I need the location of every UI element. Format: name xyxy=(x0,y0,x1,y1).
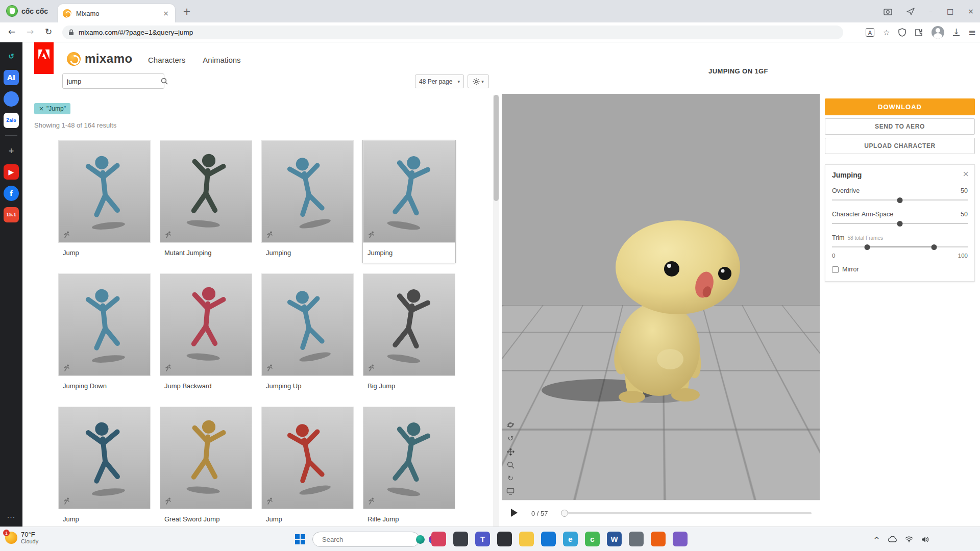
window-maximize-button[interactable]: □ xyxy=(947,7,953,15)
task-view-icon[interactable] xyxy=(497,532,512,546)
search-input[interactable] xyxy=(63,78,161,85)
search-icon[interactable] xyxy=(161,78,168,85)
mixamo-logo[interactable]: mixamo xyxy=(67,52,133,66)
timeline-track[interactable] xyxy=(562,512,812,514)
animation-card[interactable]: Jump Backward xyxy=(160,273,252,396)
animation-thumbnail[interactable] xyxy=(363,273,455,376)
weather-widget[interactable]: 1 70°F Cloudy xyxy=(5,531,38,545)
monitor-icon[interactable] xyxy=(453,532,468,546)
trim-start-handle[interactable] xyxy=(865,244,870,250)
settings-icon[interactable] xyxy=(629,532,644,546)
messenger-icon[interactable] xyxy=(4,91,19,107)
profile-avatar[interactable] xyxy=(932,26,944,39)
animation-thumbnail[interactable] xyxy=(160,407,252,509)
forward-button[interactable]: → xyxy=(27,27,34,37)
overdrive-slider[interactable] xyxy=(832,197,968,204)
animation-thumbnail[interactable] xyxy=(160,273,252,376)
store-icon[interactable] xyxy=(541,532,556,546)
start-button[interactable] xyxy=(295,534,305,544)
upload-character-button[interactable]: UPLOAD CHARACTER xyxy=(825,138,975,154)
onedrive-cloud-icon[interactable] xyxy=(888,536,897,542)
ai-assistant-icon[interactable]: AI xyxy=(4,70,19,85)
animation-thumbnail[interactable] xyxy=(58,140,151,243)
armspace-handle[interactable] xyxy=(897,221,903,227)
animation-thumbnail[interactable] xyxy=(58,273,151,376)
panel-close-icon[interactable]: × xyxy=(963,169,969,179)
history-icon[interactable]: ↺ xyxy=(4,48,19,64)
timeline-handle[interactable] xyxy=(561,510,568,517)
taskbar-search-box[interactable] xyxy=(312,532,420,547)
results-scrollbar[interactable] xyxy=(493,95,499,527)
animation-thumbnail[interactable] xyxy=(261,407,354,509)
sidebar-more-icon[interactable]: ··· xyxy=(0,513,22,521)
animation-card[interactable]: Jumping Down xyxy=(58,273,151,396)
animation-card[interactable]: Big Jump xyxy=(363,273,455,396)
new-tab-button[interactable]: + xyxy=(183,6,191,17)
undo-rotate-icon[interactable]: ↺ xyxy=(506,434,515,443)
photos-icon[interactable] xyxy=(431,532,446,546)
overdrive-handle[interactable] xyxy=(897,197,903,203)
settings-gear-button[interactable]: ▾ xyxy=(468,74,489,88)
armspace-slider[interactable] xyxy=(832,220,968,227)
animation-thumbnail[interactable] xyxy=(261,273,354,376)
scrollbar-thumb[interactable] xyxy=(494,95,499,201)
animation-card[interactable]: Jump xyxy=(58,407,151,527)
tray-chevron-up-icon[interactable]: ^ xyxy=(874,536,879,543)
shield-icon[interactable] xyxy=(898,28,906,37)
reload-button[interactable]: ↻ xyxy=(45,27,52,37)
animation-card[interactable]: Jump xyxy=(58,140,151,263)
animation-thumbnail[interactable] xyxy=(363,140,455,243)
animation-card[interactable]: Jumping Up xyxy=(261,273,354,396)
animation-card[interactable]: Jump xyxy=(261,407,354,527)
orbit-icon[interactable] xyxy=(506,420,515,430)
animation-card[interactable]: Jumping xyxy=(363,140,455,263)
media-purple-icon[interactable] xyxy=(673,532,688,546)
turbo-icon[interactable] xyxy=(906,8,915,15)
send-to-aero-button[interactable]: SEND TO AERO xyxy=(825,118,975,135)
reset-rotate-icon[interactable]: ↻ xyxy=(506,473,515,483)
window-minimize-button[interactable]: – xyxy=(929,7,933,15)
teams-icon[interactable]: T xyxy=(475,532,490,546)
taskbar-search-input[interactable] xyxy=(322,536,412,543)
download-button[interactable]: DOWNLOAD xyxy=(825,98,975,115)
window-close-button[interactable]: × xyxy=(968,7,974,15)
zoom-icon[interactable] xyxy=(506,460,515,469)
animation-thumbnail[interactable] xyxy=(58,407,151,509)
play-button[interactable] xyxy=(510,508,518,517)
timeline-slider[interactable] xyxy=(562,510,812,517)
animation-card[interactable]: Rifle Jump xyxy=(363,407,455,527)
extensions-puzzle-icon[interactable] xyxy=(915,29,923,37)
viewer-3d-canvas[interactable]: ↺ ↻ xyxy=(502,94,820,500)
edge-icon[interactable]: e xyxy=(563,532,578,546)
browser-menu-icon[interactable]: ≡ xyxy=(968,27,976,38)
wifi-icon[interactable] xyxy=(905,536,913,542)
coccoc-icon[interactable]: c xyxy=(585,532,600,546)
pan-icon[interactable] xyxy=(506,447,515,456)
sale-15-1-icon[interactable]: 15.1 xyxy=(4,207,19,222)
mirror-checkbox[interactable] xyxy=(832,266,839,273)
translate-icon[interactable]: A xyxy=(866,28,874,37)
volume-icon[interactable] xyxy=(921,536,929,543)
facebook-icon[interactable]: f xyxy=(4,186,19,201)
bookmark-star-icon[interactable]: ☆ xyxy=(883,28,890,37)
per-page-select[interactable]: 48 Per page ▾ xyxy=(415,74,464,88)
back-button[interactable]: ← xyxy=(8,27,15,37)
chip-close-icon[interactable]: × xyxy=(39,105,44,112)
snapshot-icon[interactable] xyxy=(884,8,892,15)
animation-thumbnail[interactable] xyxy=(160,140,252,243)
address-bar[interactable]: mixamo.com/#/?page=1&query=jump xyxy=(62,26,843,39)
animation-thumbnail[interactable] xyxy=(261,140,354,243)
browser-tab-mixamo[interactable]: Mixamo × xyxy=(58,4,175,22)
trim-slider[interactable] xyxy=(832,244,968,251)
animation-card[interactable]: Mutant Jumping xyxy=(160,140,252,263)
nav-animations[interactable]: Animations xyxy=(203,56,240,64)
word-icon[interactable]: W xyxy=(607,532,622,546)
filter-chip-jump[interactable]: × "Jump" xyxy=(34,103,70,114)
add-icon[interactable]: + xyxy=(4,143,19,158)
fullscreen-icon[interactable] xyxy=(506,487,515,496)
trim-end-handle[interactable] xyxy=(931,244,937,250)
nav-characters[interactable]: Characters xyxy=(148,56,185,64)
youtube-icon[interactable]: ▶ xyxy=(4,164,19,180)
file-explorer-icon[interactable] xyxy=(519,532,534,546)
animation-card[interactable]: Great Sword Jump xyxy=(160,407,252,527)
